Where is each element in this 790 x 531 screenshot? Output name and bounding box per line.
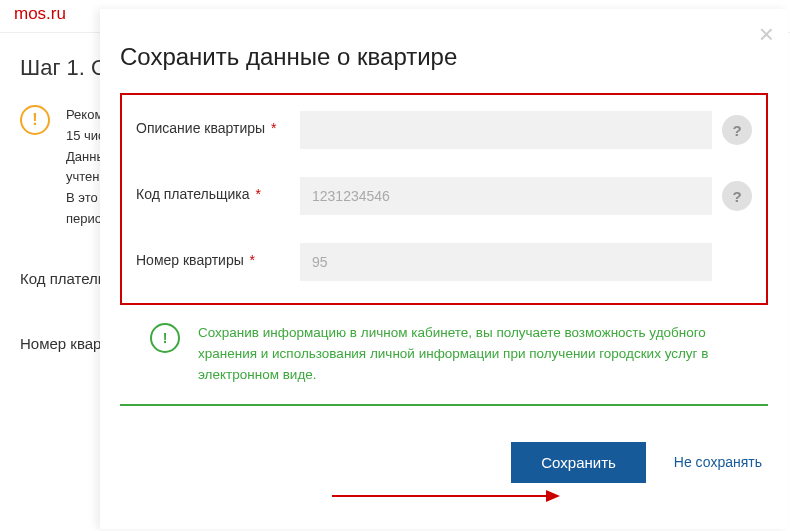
info-text: Сохранив информацию в личном кабинете, в… — [198, 323, 758, 386]
apartment-number-input[interactable] — [300, 243, 712, 281]
help-icon[interactable]: ? — [722, 181, 752, 211]
svg-marker-1 — [546, 490, 560, 502]
cancel-button[interactable]: Не сохранять — [674, 454, 762, 470]
info-block: ! Сохранив информацию в личном кабинете,… — [120, 305, 768, 394]
info-icon: ! — [150, 323, 180, 353]
description-input[interactable] — [300, 111, 712, 149]
info-separator — [120, 404, 768, 406]
annotation-arrow-icon — [332, 489, 560, 503]
save-apartment-modal: × Сохранить данные о квартире Описание к… — [100, 9, 788, 529]
logo[interactable]: mos.ru — [14, 4, 66, 24]
modal-title: Сохранить данные о квартире — [120, 43, 768, 71]
payer-code-input[interactable] — [300, 177, 712, 215]
modal-actions: Сохранить Не сохранять — [120, 442, 768, 483]
help-icon[interactable]: ? — [722, 115, 752, 145]
payer-code-label: Код плательщика * — [136, 177, 290, 203]
save-button[interactable]: Сохранить — [511, 442, 646, 483]
apartment-number-label: Номер квартиры * — [136, 243, 290, 269]
warning-icon: ! — [20, 105, 50, 135]
description-label: Описание квартиры * — [136, 111, 290, 137]
form-container: Описание квартиры * ? Код плательщика * … — [120, 93, 768, 305]
close-icon[interactable]: × — [759, 21, 774, 47]
